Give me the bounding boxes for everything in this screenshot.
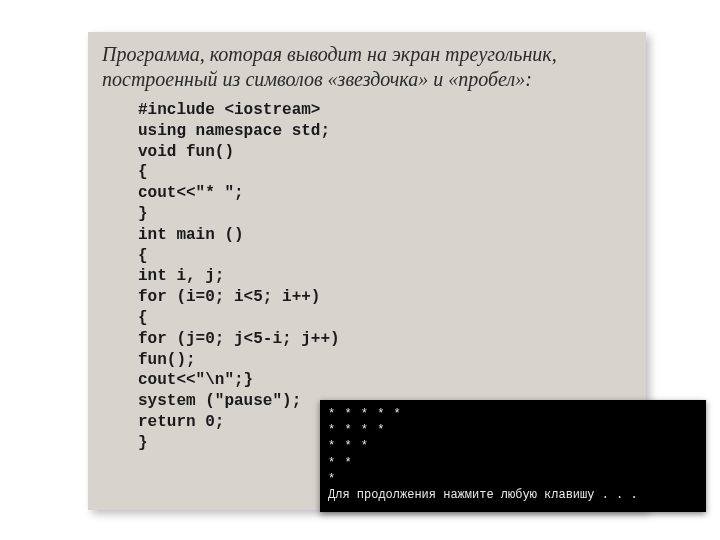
console-row: * * * * [328,423,385,437]
code-line: #include <iostream> [138,101,320,119]
code-line: { [138,163,148,181]
code-line: return 0; [138,413,224,431]
slide: Программа, которая выводит на экран треу… [0,0,720,540]
console-row: * * * [328,439,369,453]
code-line: fun(); [138,351,196,369]
heading-line-2: построенный из символов «звездочка» и «п… [102,68,532,90]
code-line: int main () [138,226,244,244]
heading: Программа, которая выводит на экран треу… [102,42,632,92]
code-line: } [138,434,148,452]
console-pause: Для продолжения нажмите любую клавишу . … [328,488,638,502]
heading-line-1: Программа, которая выводит на экран треу… [102,43,557,65]
console-output: * * * * * * * * * * * * * * * Для продол… [320,400,706,512]
code-line: { [138,247,148,265]
console-row: * [328,472,336,486]
code-line: cout<<"\n";} [138,371,253,389]
console-row: * * [328,456,353,470]
code-line: int i, j; [138,267,224,285]
code-line: void fun() [138,143,234,161]
code-line: cout<<"* "; [138,184,244,202]
code-line: system ("pause"); [138,392,301,410]
code-line: for (j=0; j<5-i; j++) [138,330,340,348]
console-row: * * * * * [328,407,402,421]
code-line: using namespace std; [138,122,330,140]
code-line: { [138,309,148,327]
code-line: } [138,205,148,223]
code-line: for (i=0; i<5; i++) [138,288,320,306]
